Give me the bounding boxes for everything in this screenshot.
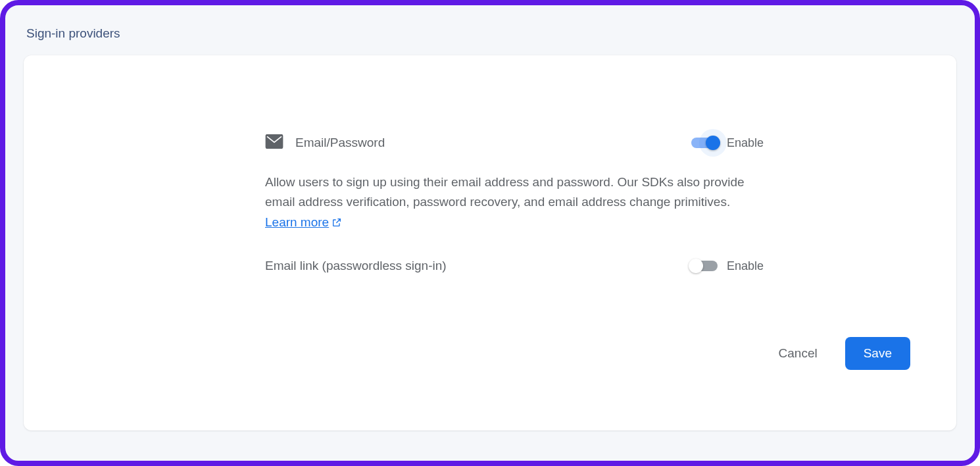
save-button[interactable]: Save	[845, 337, 910, 370]
email-link-label: Email link (passwordless sign-in)	[265, 259, 447, 273]
email-link-row: Email link (passwordless sign-in) Enable	[265, 259, 764, 273]
email-link-toggle-group: Enable	[691, 259, 764, 273]
action-buttons: Cancel Save	[773, 337, 910, 370]
provider-card: Email/Password Enable Allow users to sig…	[24, 55, 956, 430]
email-password-label-group: Email/Password	[265, 134, 385, 151]
provider-description: Allow users to sign up using their email…	[265, 172, 764, 232]
email-link-toggle-label: Enable	[727, 259, 764, 273]
email-password-toggle[interactable]	[691, 138, 718, 148]
email-password-row: Email/Password Enable	[265, 134, 764, 151]
learn-more-text: Learn more	[265, 213, 329, 232]
external-link-icon	[331, 217, 342, 228]
email-password-toggle-label: Enable	[727, 136, 764, 150]
cancel-button[interactable]: Cancel	[773, 340, 823, 367]
provider-description-text: Allow users to sign up using their email…	[265, 175, 745, 209]
email-link-toggle[interactable]	[691, 261, 718, 271]
learn-more-link[interactable]: Learn more	[265, 213, 342, 232]
mail-icon	[265, 134, 283, 151]
email-password-toggle-group: Enable	[691, 136, 764, 150]
section-title: Sign-in providers	[26, 26, 956, 41]
provider-content: Email/Password Enable Allow users to sig…	[265, 134, 764, 273]
email-password-label: Email/Password	[295, 136, 385, 150]
page-frame: Sign-in providers Email/Password	[0, 0, 980, 466]
